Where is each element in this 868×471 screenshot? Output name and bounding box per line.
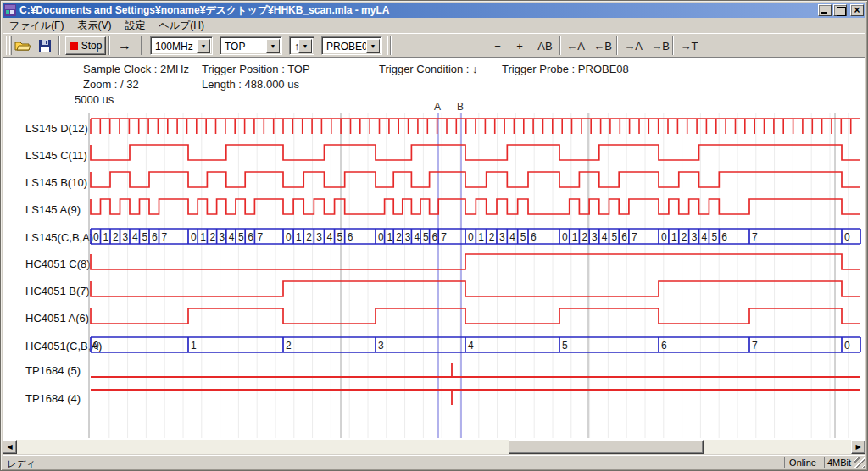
set-cursor-b-button[interactable]: →B [648, 36, 672, 55]
trigger-position-value: TOP [225, 41, 245, 53]
zoom-info: Zoom : / 32 [83, 78, 139, 91]
toolbar-separator [616, 36, 618, 55]
toolbar-grip [9, 36, 12, 55]
trigger-edge-combo[interactable]: ↑ ▼ [289, 36, 314, 55]
open-folder-icon [14, 39, 31, 53]
goto-trigger-button[interactable]: →T [677, 36, 701, 55]
dropdown-arrow-icon[interactable]: ▼ [366, 39, 380, 53]
time-division-label: 5000 us [75, 93, 114, 106]
app-window: C:¥Documents and Settings¥noname¥デスクトップ¥… [0, 0, 868, 471]
dropdown-arrow-icon[interactable]: ▼ [298, 39, 312, 53]
toolbar-separator [108, 36, 110, 55]
open-file-button[interactable] [13, 36, 33, 55]
scrollbar-thumb[interactable] [509, 440, 704, 454]
zoom-out-button[interactable]: − [487, 36, 508, 55]
app-icon [4, 4, 16, 16]
cursor-a-label[interactable]: A [434, 101, 441, 113]
channel-label-tp1684-5: TP1684 (5) [25, 364, 81, 377]
channel-label-hc4051-c: HC4051 C(8) [25, 258, 91, 270]
menu-settings[interactable]: 設定 [118, 18, 152, 34]
sample-clock-value: 100MHz [155, 41, 193, 53]
channel-label-ls145-a: LS145 A(9) [25, 203, 81, 216]
channel-label-hc4051-a: HC4051 A(6) [25, 312, 89, 324]
status-message: レディ [7, 457, 36, 470]
zoom-in-button[interactable]: + [509, 36, 530, 55]
menu-bar: ファイル(F) 表示(V) 設定 ヘルプ(H) [3, 19, 865, 33]
title-bar[interactable]: C:¥Documents and Settings¥noname¥デスクトップ¥… [3, 3, 865, 18]
trigger-condition-info: Trigger Condition : ↓ [379, 63, 478, 75]
menu-file[interactable]: ファイル(F) [3, 18, 70, 34]
stop-button[interactable]: Stop [65, 36, 106, 55]
toolbar-separator [672, 36, 674, 55]
status-online-indicator: Online [784, 457, 821, 468]
menu-view[interactable]: 表示(V) [70, 18, 118, 34]
save-button[interactable] [35, 36, 55, 55]
scroll-right-button[interactable]: ▶ [851, 440, 865, 454]
resize-grip[interactable] [854, 457, 865, 468]
waveform-client-area [3, 57, 865, 440]
toolbar-separator [559, 36, 561, 55]
toolbar-separator [141, 36, 142, 55]
length-info: Length : 488.000 us [202, 78, 299, 91]
channel-label-ls145-bus: LS145(C,B,A) [25, 231, 93, 244]
channel-label-ls145-b: LS145 B(10) [25, 176, 87, 189]
toolbar-separator [390, 36, 392, 55]
channel-label-tp1684-4: TP1684 (4) [25, 392, 81, 405]
cursor-b-label[interactable]: B [457, 101, 464, 113]
stop-square-icon [70, 42, 78, 50]
menu-help[interactable]: ヘルプ(H) [152, 18, 211, 34]
set-cursor-a-button[interactable]: →A [621, 36, 645, 55]
goto-cursor-b-button[interactable]: ←B [591, 36, 615, 55]
horizontal-scrollbar[interactable]: ◀ ▶ [3, 440, 865, 454]
channel-label-ls145-d: LS145 D(12) [25, 122, 88, 135]
toolbar-grip [6, 36, 8, 55]
trigger-probe-combo[interactable]: PROBE00 ▼ [321, 36, 382, 55]
stop-label: Stop [81, 40, 103, 52]
toolbar-separator [387, 36, 388, 55]
dropdown-arrow-icon[interactable]: ▼ [197, 39, 210, 53]
channel-label-ls145-c: LS145 C(11) [25, 149, 87, 162]
dropdown-arrow-icon[interactable]: ▼ [266, 39, 280, 53]
trigger-probe-info: Trigger Probe : PROBE08 [502, 63, 629, 75]
status-bar: レディ Online 4MBit [3, 455, 865, 468]
goto-cursor-a-button[interactable]: ←A [564, 36, 587, 55]
channel-label-hc4051-bus: HC4051(C,B,A) [25, 340, 102, 352]
ab-span-button[interactable]: AB [533, 36, 557, 55]
window-title: C:¥Documents and Settings¥noname¥デスクトップ¥… [19, 3, 816, 18]
toolbar: Stop → 100MHz ▼ TOP ▼ ↑ ▼ PROBE00 ▼ − + … [3, 33, 865, 57]
sample-clock-combo[interactable]: 100MHz ▼ [150, 36, 213, 55]
channel-label-hc4051-b: HC4051 B(7) [25, 285, 90, 297]
status-memory-indicator: 4MBit [824, 457, 854, 468]
single-run-button[interactable]: → [113, 36, 136, 55]
toolbar-separator [58, 36, 60, 55]
sample-clock-info: Sample Clock : 2MHz [83, 63, 189, 75]
trigger-position-info: Trigger Position : TOP [202, 63, 310, 75]
trigger-position-combo[interactable]: TOP ▼ [220, 36, 282, 55]
minimize-button[interactable] [818, 4, 832, 16]
maximize-button[interactable] [833, 4, 847, 16]
scroll-left-button[interactable]: ◀ [3, 440, 17, 454]
save-floppy-icon [38, 39, 52, 53]
close-button[interactable]: × [850, 4, 864, 16]
